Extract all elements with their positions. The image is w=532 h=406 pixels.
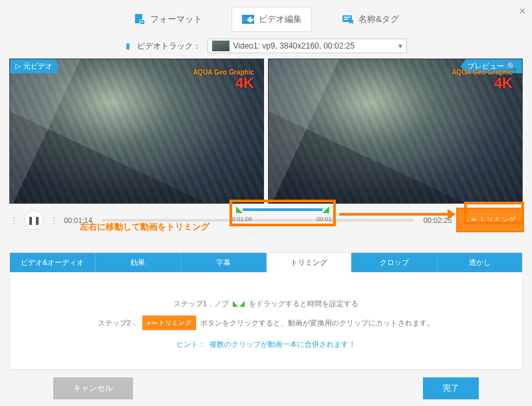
subtab-effect[interactable]: 効果 [96,253,182,272]
svg-rect-10 [344,19,348,20]
subtab-subtitle[interactable]: 字幕 [181,253,267,272]
track-label: ビデオトラック： [137,41,201,52]
scissors-icon: ✂ [471,216,477,224]
tab-format-label: フォーマット [150,13,202,25]
step1-pre: ステップ1．ノブ [174,299,229,309]
hint: ヒント： 複数のクリップが動画一本に合併されます！ [23,339,509,349]
tab-video-edit[interactable]: ビデオ編集 [231,7,312,32]
chevron-down-icon: ▾ [398,41,402,51]
svg-point-7 [252,19,254,21]
footer: キャンセル 完了 [0,377,532,399]
track-selected-text: Video1: vp9, 3840x2160, 00:02:25 [233,41,355,51]
svg-rect-4 [242,15,254,17]
preview-area: ▷ 元ビデオ AQUA Geo Graphic 4K プレビュー 🔍 AQUA … [0,59,532,204]
trim-range-bar [243,208,323,211]
trim-range[interactable]: 0:01:08 00:01: [232,206,333,218]
panel-body: ステップ1．ノブ をドラッグすると時間を設定する ステップ2． + ✂ トリミン… [10,272,522,369]
format-icon [133,13,146,26]
trim-start-time: 0:01:08 [232,216,252,222]
next-dots-icon[interactable]: ⋮ [49,210,59,230]
svg-rect-9 [344,17,350,18]
tab-name-tags[interactable]: 名称&タグ [332,7,408,31]
annotation-text: 左右に移動して動画をトリミング [80,221,209,233]
tab-name-tags-label: 名称&タグ [358,13,399,25]
tag-icon [341,13,354,26]
subtabs: ビデオ&オーディオ 効果 字幕 トリミング クロップ 透かし [10,253,522,272]
step-1: ステップ1．ノブ をドラッグすると時間を設定する [23,299,509,309]
step-2: ステップ2． + ✂ トリミング ボタンをクリックすると、動画が変換用のクリップ… [23,315,509,330]
svg-point-6 [249,17,251,19]
top-tabs: フォーマット ビデオ編集 名称&タグ [0,0,532,36]
subtab-crop[interactable]: クロップ [352,253,438,272]
track-thumbnail [212,41,229,51]
trim-button-label: トリミング [479,215,515,225]
mini-trim-label: トリミング [158,318,192,327]
preview-video-pane: プレビュー 🔍 AQUA Geo Graphic 4K [268,59,523,204]
original-video-pane: ▷ 元ビデオ AQUA Geo Graphic 4K [9,59,264,204]
subtab-watermark[interactable]: 透かし [438,253,523,272]
hint-pre: ヒント： [176,339,205,349]
pause-button[interactable]: ❚❚ [24,210,44,230]
watermark: AQUA Geo Graphic 4K [452,69,513,91]
prev-dots-icon[interactable]: ⋮ [9,210,19,230]
trim-end-time: 00:01: [317,216,333,222]
watermark-4k: 4K [193,76,254,91]
hint-body: 複数のクリップが動画一本に合併されます！ [209,339,356,349]
svg-rect-5 [242,23,254,24]
scissors-icon: ✂ [152,319,157,327]
done-button[interactable]: 完了 [423,377,479,399]
close-icon[interactable]: × [519,5,525,17]
play-icon: ▷ [15,62,21,71]
tab-format[interactable]: フォーマット [124,7,211,31]
svg-point-2 [142,21,143,23]
tab-video-edit-label: ビデオ編集 [259,13,302,25]
trim-handle-right[interactable] [323,206,329,213]
track-select[interactable]: Video1: vp9, 3840x2160, 00:02:25 ▾ [207,39,407,53]
trim-handle-left[interactable] [236,206,243,213]
cancel-button[interactable]: キャンセル [53,377,133,399]
annotation-arrow [339,212,456,217]
mini-trim-button: + ✂ トリミング [142,315,197,330]
edit-panel: ビデオ&オーディオ 効果 字幕 トリミング クロップ 透かし ステップ1．ノブ … [9,252,523,370]
plus-icon: + [147,319,151,327]
step2-pre: ステップ2． [98,318,138,328]
watermark: AQUA Geo Graphic 4K [193,69,254,91]
handles-icon [233,301,245,307]
video-edit-icon [241,13,255,26]
step2-post: ボタンをクリックすると、動画が変換用のクリップにカットされます。 [200,318,434,328]
watermark-4k: 4K [452,76,513,91]
subtab-trim[interactable]: トリミング [267,253,352,272]
video-track-bar: ▮ ビデオトラック： Video1: vp9, 3840x2160, 00:02… [0,36,532,59]
subtab-av[interactable]: ビデオ&オーディオ [10,253,96,272]
plus-icon: + [465,216,469,224]
original-badge-text: 元ビデオ [23,61,53,71]
step1-post: をドラッグすると時間を設定する [249,299,358,309]
trim-button[interactable]: + ✂ トリミング [458,209,523,231]
original-badge: ▷ 元ビデオ [10,59,59,73]
